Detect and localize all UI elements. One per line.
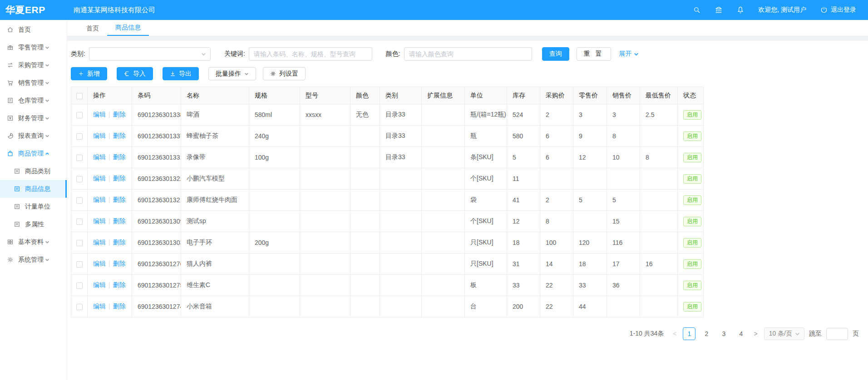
sidebar-item-product-category[interactable]: 商品类别 — [0, 162, 67, 180]
jump-page-input[interactable] — [826, 328, 848, 340]
edit-link[interactable]: 编辑 — [93, 111, 106, 118]
row-checkbox[interactable] — [76, 219, 83, 225]
delete-link[interactable]: 删除 — [113, 132, 126, 139]
cell-category: 目录33 — [380, 147, 422, 168]
row-checkbox[interactable] — [76, 155, 83, 161]
sidebar-item-product-management[interactable]: 商品管理 — [0, 145, 67, 162]
row-checkbox[interactable] — [76, 112, 83, 118]
cell-ext — [422, 104, 465, 126]
page-button-2[interactable]: 2 — [700, 327, 713, 340]
column-settings-button[interactable]: 列设置 — [263, 67, 306, 80]
logout-button[interactable]: 退出登录 — [820, 6, 856, 14]
status-badge: 启用 — [683, 195, 701, 205]
delete-link[interactable]: 删除 — [113, 153, 126, 161]
cell-status: 启用 — [678, 168, 704, 190]
sidebar-item-system[interactable]: 系统管理 — [0, 251, 67, 268]
cell-unit: 瓶 — [465, 126, 507, 147]
cell-purchase: 2 — [540, 104, 573, 126]
row-checkbox[interactable] — [76, 240, 83, 246]
row-checkbox[interactable] — [76, 176, 83, 182]
sidebar-item-home[interactable]: 首页 — [0, 21, 67, 39]
main-content: 首页 商品信息 类别: 关键词: 颜色: 查询 重 置 展开 — [67, 20, 868, 380]
cell-stock: 41 — [507, 190, 540, 211]
sidebar-item-basic-data[interactable]: 基本资料 — [0, 233, 67, 251]
page-button-1[interactable]: 1 — [683, 327, 695, 340]
row-checkbox[interactable] — [76, 133, 83, 140]
cell-name: 录像带 — [181, 147, 249, 168]
sidebar-item-reports[interactable]: 报表查询 — [0, 127, 67, 145]
column-header: 类别 — [380, 87, 422, 104]
delete-link[interactable]: 删除 — [113, 260, 126, 267]
cell-unit: 袋 — [465, 190, 507, 211]
delete-link[interactable]: 删除 — [113, 239, 126, 246]
page-button-3[interactable]: 3 — [717, 327, 730, 340]
delete-link[interactable]: 删除 — [113, 196, 126, 203]
cell-retail — [573, 168, 607, 190]
delete-link[interactable]: 删除 — [113, 175, 126, 182]
toolbar: 新增 导入 导出 批量操作 列设置 — [71, 67, 861, 80]
export-button[interactable]: 导出 — [163, 67, 199, 80]
delete-link[interactable]: 删除 — [113, 111, 126, 118]
notification-bell-icon[interactable] — [736, 6, 745, 14]
prev-page-button[interactable]: < — [671, 330, 678, 337]
edit-link[interactable]: 编辑 — [93, 175, 106, 182]
tenant-bank-icon[interactable] — [715, 6, 723, 14]
search-icon[interactable] — [693, 6, 701, 14]
reset-button[interactable]: 重 置 — [577, 47, 611, 61]
cell-stock: 580 — [507, 126, 540, 147]
row-checkbox[interactable] — [76, 261, 83, 268]
cell-sale: 5 — [607, 190, 640, 211]
edit-link[interactable]: 编辑 — [93, 239, 106, 246]
edit-link[interactable]: 编辑 — [93, 260, 106, 267]
sidebar-item-warehouse[interactable]: 仓库管理 — [0, 92, 67, 109]
tab-home[interactable]: 首页 — [78, 21, 107, 36]
cell-ext — [422, 296, 465, 317]
sidebar-item-measure-unit[interactable]: 计量单位 — [0, 198, 67, 215]
grid-icon — [7, 239, 14, 245]
page-size-select[interactable]: 10 条/页 — [764, 327, 804, 340]
row-checkbox[interactable] — [76, 197, 83, 204]
sidebar-item-purchase[interactable]: 采购管理 — [0, 56, 67, 74]
row-checkbox[interactable] — [76, 304, 83, 310]
cell-status: 启用 — [678, 232, 704, 253]
table-row: 编辑|删除6901236301274小米音箱台2002244启用 — [71, 296, 704, 317]
edit-link[interactable]: 编辑 — [93, 132, 106, 139]
delete-link[interactable]: 删除 — [113, 281, 126, 288]
category-select[interactable] — [89, 47, 211, 61]
edit-link[interactable]: 编辑 — [93, 302, 106, 310]
page-button-4[interactable]: 4 — [735, 327, 747, 340]
cell-unit: 只[SKU] — [465, 253, 507, 275]
keyword-input[interactable] — [249, 47, 372, 61]
sidebar-item-sales[interactable]: 销售管理 — [0, 74, 67, 92]
edit-link[interactable]: 编辑 — [93, 217, 106, 224]
cell-ext — [422, 168, 465, 190]
cell-model — [300, 296, 350, 317]
delete-link[interactable]: 删除 — [113, 217, 126, 224]
cell-category — [380, 275, 422, 296]
delete-link[interactable]: 删除 — [113, 302, 126, 310]
add-button[interactable]: 新增 — [71, 67, 107, 80]
edit-link[interactable]: 编辑 — [93, 281, 106, 288]
search-button[interactable]: 查询 — [542, 47, 569, 61]
sidebar-item-multi-attribute[interactable]: 多属性 — [0, 215, 67, 233]
color-input[interactable] — [404, 47, 532, 61]
batch-actions-button[interactable]: 批量操作 — [208, 67, 256, 80]
chevron-down-icon — [45, 134, 49, 138]
next-page-button[interactable]: > — [752, 330, 759, 337]
cell-retail: 44 — [573, 296, 607, 317]
cell-lowest — [640, 190, 678, 211]
row-checkbox[interactable] — [76, 283, 83, 289]
cell-lowest — [640, 232, 678, 253]
select-all-checkbox[interactable] — [76, 93, 83, 99]
sidebar-item-product-info[interactable]: 商品信息 — [0, 180, 67, 198]
import-button[interactable]: 导入 — [117, 67, 153, 80]
edit-link[interactable]: 编辑 — [93, 196, 106, 203]
sidebar-item-retail[interactable]: 零售管理 — [0, 39, 67, 56]
expand-link[interactable]: 展开 — [619, 50, 639, 58]
row-actions: 编辑|删除 — [88, 232, 132, 253]
cell-status: 启用 — [678, 253, 704, 275]
sidebar-item-finance[interactable]: 财务管理 — [0, 109, 67, 127]
edit-link[interactable]: 编辑 — [93, 153, 106, 161]
product-table: 操作条码名称规格型号颜色类别扩展信息单位库存采购价零售价销售价最低售价状态 编辑… — [71, 87, 704, 317]
tab-product-info[interactable]: 商品信息 — [107, 20, 149, 36]
